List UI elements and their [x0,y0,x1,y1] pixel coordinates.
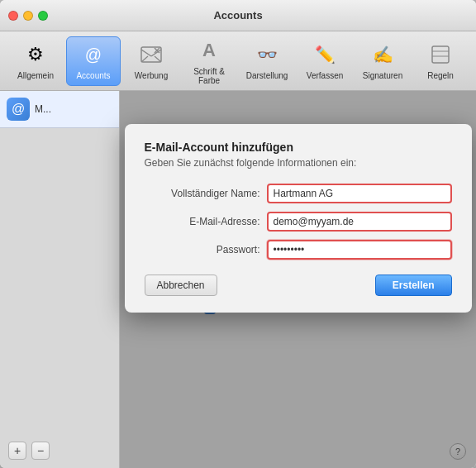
toolbar-verfassen[interactable]: ✏️ Verfassen [298,36,352,86]
main-window: Accounts ⚙ Allgemein @ Accounts [0,0,476,468]
toolbar-regeln-label: Regeln [427,71,454,80]
email-input-wrapper [267,212,452,232]
password-row: Passwort: [145,240,452,260]
svg-rect-7 [432,46,449,63]
toolbar-schrift[interactable]: A Schrift & Farbe [182,36,236,86]
full-name-input[interactable] [274,188,445,199]
font-icon: A [196,37,222,64]
add-account-modal: E-Mail-Account hinzufügen Geben Sie zunä… [125,124,472,313]
window-title: Accounts [213,9,262,21]
close-button[interactable] [8,11,18,21]
add-account-button[interactable]: + [8,442,26,460]
modal-overlay: E-Mail-Account hinzufügen Geben Sie zunä… [120,91,476,468]
rules-icon [427,41,454,68]
gear-icon: ⚙ [22,41,49,68]
toolbar-signaturen[interactable]: ✍️ Signaturen [355,36,410,86]
modal-title: E-Mail-Account hinzufügen [145,141,452,154]
pencil-icon: ✏️ [312,41,338,68]
traffic-lights [8,11,48,21]
glasses-icon: 👓 [254,41,280,68]
toolbar-accounts-label: Accounts [76,71,110,80]
email-input[interactable] [274,216,445,227]
full-name-row: Vollständiger Name: [145,184,452,203]
svg-line-3 [141,56,148,62]
sidebar-account-item[interactable]: @ M... [0,91,119,128]
toolbar-werbung-label: Werbung [135,71,168,80]
toolbar-verfassen-label: Verfassen [307,71,343,80]
modal-footer: Abbrechen Erstellen [145,275,452,296]
at-icon: @ [80,41,107,68]
full-name-label: Vollständiger Name: [145,188,260,199]
full-name-input-wrapper [267,184,452,203]
svg-line-4 [155,56,161,62]
remove-account-button[interactable]: − [31,442,50,460]
create-button[interactable]: Erstellen [375,275,452,296]
toolbar-accounts[interactable]: @ Accounts [66,36,121,86]
toolbar-allgemein-label: Allgemein [17,71,54,80]
modal-subtitle: Geben Sie zunächst folgende Informatione… [145,157,452,169]
toolbar-schrift-label: Schrift & Farbe [182,67,236,85]
email-label: E-Mail-Adresse: [145,216,260,227]
toolbar-signaturen-label: Signaturen [363,71,402,80]
sidebar-account-name: M... [35,103,51,115]
password-label: Passwort: [145,244,260,255]
password-input[interactable] [274,244,445,255]
toolbar: ⚙ Allgemein @ Accounts Werbung [0,31,476,91]
password-input-wrapper [267,240,452,260]
email-row: E-Mail-Adresse: [145,212,452,232]
sidebar-footer: + − [8,442,50,460]
toolbar-darstellung-label: Darstellung [246,71,288,80]
maximize-button[interactable] [38,11,48,21]
main-area: @ M... + − SMTP-Server: smtp.myyam.de:de… [0,91,476,468]
minimize-button[interactable] [23,11,33,21]
toolbar-regeln[interactable]: Regeln [413,36,468,86]
account-icon: @ [7,98,30,121]
right-panel: SMTP-Server: smtp.myyam.de:demo@myyam.de… [120,91,476,468]
cancel-button[interactable]: Abbrechen [145,275,217,296]
title-bar: Accounts [0,0,476,31]
svg-line-1 [141,50,151,56]
sidebar: @ M... + − [0,91,120,468]
toolbar-werbung[interactable]: Werbung [124,36,178,86]
signature-icon: ✍️ [369,41,396,68]
toolbar-allgemein[interactable]: ⚙ Allgemein [8,36,63,86]
mail-icon [138,41,164,68]
toolbar-darstellung[interactable]: 👓 Darstellung [240,36,294,86]
